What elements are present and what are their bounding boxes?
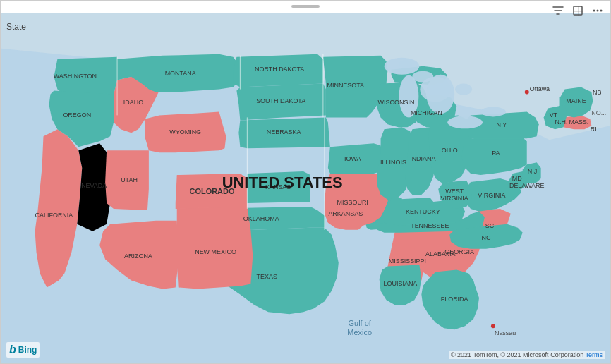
svg-point-1 bbox=[593, 10, 595, 12]
map-container[interactable]: WASHINGTON OREGON CALIFORNIA NEVADA IDAH… bbox=[1, 13, 610, 363]
copyright-bar: © 2021 TomTom, © 2021 Microsoft Corporat… bbox=[449, 351, 605, 359]
drag-handle[interactable] bbox=[291, 5, 320, 8]
svg-point-67 bbox=[491, 324, 495, 328]
svg-point-54 bbox=[455, 84, 472, 95]
svg-point-56 bbox=[399, 75, 418, 118]
svg-marker-11 bbox=[247, 171, 310, 203]
svg-point-55 bbox=[385, 58, 420, 75]
filter-icon[interactable] bbox=[551, 4, 565, 18]
nassau-label: Nassau bbox=[495, 329, 516, 336]
bing-b-icon: b bbox=[9, 344, 16, 356]
bing-text: Bing bbox=[18, 345, 37, 355]
svg-marker-26 bbox=[233, 54, 322, 87]
svg-marker-17 bbox=[105, 150, 149, 210]
gulf-of-mexico-label: Gulf of bbox=[349, 319, 372, 327]
svg-point-59 bbox=[480, 107, 506, 116]
state-filter-label: State bbox=[6, 22, 26, 32]
svg-marker-15 bbox=[177, 207, 253, 289]
bing-logo: b Bing bbox=[6, 342, 40, 358]
svg-marker-30 bbox=[328, 143, 382, 174]
svg-rect-0 bbox=[574, 6, 582, 15]
copyright-text: © 2021 TomTom, © 2021 Microsoft Corporat… bbox=[451, 351, 583, 358]
svg-marker-10 bbox=[176, 174, 248, 209]
svg-point-58 bbox=[447, 116, 483, 128]
gulf-of-mexico-label2: Mexico bbox=[347, 328, 372, 336]
svg-point-66 bbox=[525, 90, 529, 95]
svg-marker-27 bbox=[236, 84, 325, 121]
terms-link[interactable]: Terms bbox=[586, 351, 603, 358]
more-icon[interactable] bbox=[591, 4, 605, 18]
svg-point-2 bbox=[597, 10, 599, 12]
svg-marker-28 bbox=[238, 117, 329, 148]
expand-icon[interactable] bbox=[571, 4, 585, 18]
svg-point-3 bbox=[600, 10, 603, 12]
toolbar bbox=[551, 4, 605, 18]
svg-marker-16 bbox=[145, 111, 226, 152]
svg-point-57 bbox=[426, 75, 454, 114]
nova-scotia-label: NO... bbox=[591, 109, 606, 116]
main-container: State bbox=[0, 0, 611, 364]
ottawa-label: Ottawa bbox=[530, 85, 550, 92]
